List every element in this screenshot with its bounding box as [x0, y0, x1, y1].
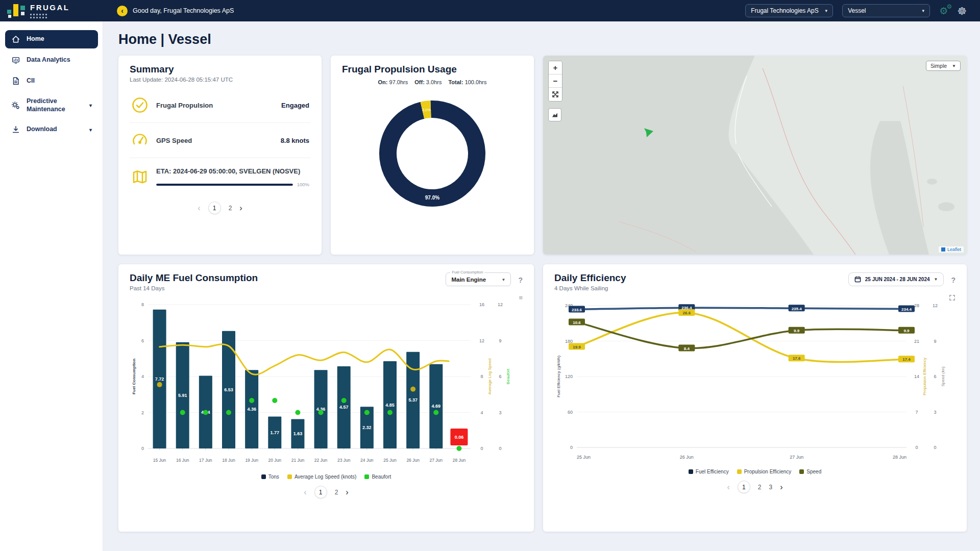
map-attribution: Leaflet — [939, 246, 964, 253]
svg-text:16 Jun: 16 Jun — [176, 458, 189, 463]
svg-text:0.06: 0.06 — [455, 435, 464, 440]
svg-text:7.72: 7.72 — [155, 377, 164, 382]
legend-item: Beaufort — [364, 474, 391, 480]
svg-text:6.53: 6.53 — [224, 387, 233, 392]
pagination-prev[interactable]: ‹ — [304, 488, 306, 496]
svg-text:120: 120 — [565, 374, 573, 379]
pagination-page-3[interactable]: 3 — [769, 484, 773, 491]
svg-text:6: 6 — [141, 338, 144, 343]
chevron-down-icon: ▼ — [502, 278, 506, 282]
svg-text:21 Jun: 21 Jun — [291, 458, 305, 463]
help-icon[interactable]: ? — [518, 276, 523, 284]
menu-icon[interactable]: ≡ — [519, 294, 523, 301]
propulsion-usage-title: Frugal Propulsion Usage — [342, 64, 523, 75]
svg-text:16: 16 — [479, 302, 484, 307]
svg-text:25 Jun: 25 Jun — [577, 455, 591, 460]
pagination-page-2[interactable]: 2 — [229, 205, 232, 212]
fuel-chart-legend: TonsAverage Log Speed (knots)Beaufort — [130, 474, 523, 480]
stat-item: Off: 3.0hrs — [414, 79, 442, 85]
page-title: Home | Vessel — [118, 32, 967, 47]
svg-text:5.37: 5.37 — [408, 397, 418, 403]
company-select[interactable]: Frugal Technologies ApS ▾ — [745, 4, 833, 17]
svg-text:4.36: 4.36 — [247, 407, 256, 412]
svg-text:24 Jun: 24 Jun — [360, 458, 374, 463]
sidebar-item-data-analytics[interactable]: Data Analytics — [5, 51, 98, 69]
map-style-select[interactable]: Simple ▼ — [926, 61, 961, 71]
pagination-next[interactable]: › — [239, 204, 242, 212]
summary-row-propulsion: Frugal Propulsion Engaged — [130, 88, 310, 123]
leaflet-logo-icon — [941, 247, 945, 252]
svg-text:5.91: 5.91 — [178, 393, 187, 398]
svg-text:21: 21 — [914, 339, 919, 344]
svg-text:28 Jun: 28 Jun — [893, 455, 906, 460]
svg-text:0: 0 — [480, 446, 483, 451]
greeting-text: Good day, Frugal Technologies ApS — [133, 7, 234, 14]
fullscreen-icon[interactable] — [949, 294, 955, 302]
sidebar-item-home[interactable]: Home — [5, 30, 98, 48]
summary-row-gps-speed: GPS Speed 8.8 knots — [130, 123, 310, 158]
greeting: ‹ Good day, Frugal Technologies ApS — [117, 6, 234, 16]
eta-label: ETA: 2024-06-29 05:00:00, SVELGEN (NOSVE… — [156, 167, 300, 175]
vessel-select[interactable]: Vessel ▾ — [842, 4, 930, 17]
app-logo[interactable]: FRUGAL — [7, 2, 102, 19]
stat-item: Total: 100.0hrs — [448, 79, 486, 85]
svg-text:2: 2 — [141, 410, 144, 415]
fuel-source-select[interactable]: Fuel Consumption Main Engine ▼ — [446, 272, 511, 286]
settings-gears-icon[interactable]: ⚙⚙ — [939, 6, 948, 16]
svg-text:8.4: 8.4 — [684, 346, 690, 351]
date-range-picker[interactable]: 25 JUN 2024 - 28 JUN 2024 ▼ — [848, 272, 944, 286]
svg-text:9: 9 — [499, 338, 501, 343]
pagination-page-1[interactable]: 1 — [314, 486, 327, 498]
date-range-value: 25 JUN 2024 - 28 JUN 2024 — [865, 277, 930, 282]
svg-text:0: 0 — [141, 446, 144, 451]
svg-text:9.9: 9.9 — [794, 329, 800, 333]
svg-text:26 Jun: 26 Jun — [680, 455, 694, 460]
sidebar-item-predictive-maintenance[interactable]: Predictive Maintenance ▾ — [5, 93, 98, 118]
back-badge-icon[interactable]: ‹ — [117, 6, 128, 16]
summary-card: Summary Last Update: 2024-06-28 05:15:47… — [118, 56, 322, 255]
area-chart-icon — [551, 111, 558, 118]
user-helm-icon[interactable]: ☸ — [957, 6, 967, 16]
svg-text:Fuel Efficiency (g/kWh): Fuel Efficiency (g/kWh) — [556, 356, 561, 397]
svg-text:0: 0 — [915, 445, 918, 450]
zoom-in-button[interactable]: + — [549, 61, 562, 74]
map-style-value: Simple — [930, 63, 947, 69]
pagination-prev[interactable]: ‹ — [198, 204, 200, 212]
pagination-next[interactable]: › — [780, 483, 782, 491]
logo-mark-icon — [7, 2, 26, 19]
pagination-next[interactable]: › — [346, 488, 348, 496]
svg-text:4: 4 — [480, 410, 483, 415]
pagination-page-2[interactable]: 2 — [758, 484, 762, 491]
eta-progress-label: 100% — [297, 182, 309, 187]
svg-text:Propulsion Efficiency: Propulsion Efficiency — [922, 358, 927, 395]
zoom-out-button[interactable]: − — [549, 74, 562, 88]
svg-text:0: 0 — [499, 446, 501, 451]
route-layer-button[interactable] — [548, 108, 561, 121]
summary-last-update: Last Update: 2024-06-28 05:15:47 UTC — [130, 77, 310, 83]
efficiency-chart-subtitle: 4 Days While Sailing — [554, 285, 626, 291]
expand-button[interactable] — [549, 88, 562, 101]
sidebar-item-cii[interactable]: CII — [5, 72, 98, 90]
help-icon[interactable]: ? — [951, 276, 955, 284]
pagination-page-1[interactable]: 1 — [208, 202, 221, 214]
summary-row-eta: ETA: 2024-06-29 05:00:00, SVELGEN (NOSVE… — [130, 158, 310, 195]
sidebar-item-download[interactable]: Download ▾ — [5, 120, 98, 139]
propulsion-status: Engaged — [281, 102, 309, 109]
sidebar: Home Data Analytics CII Predictive Maint… — [0, 21, 103, 551]
legend-item: Tons — [261, 474, 279, 480]
pagination-page-1[interactable]: 1 — [738, 481, 750, 493]
svg-text:6: 6 — [934, 374, 936, 379]
svg-text:18 Jun: 18 Jun — [222, 458, 235, 463]
pagination-prev[interactable]: ‹ — [727, 483, 729, 491]
legend-item: Propulsion Efficiency — [737, 469, 792, 474]
company-select-value: Frugal Technologies ApS — [751, 7, 819, 14]
home-icon — [11, 35, 20, 44]
legend-item: Speed — [799, 469, 821, 474]
map-canvas[interactable] — [543, 56, 967, 255]
svg-text:7: 7 — [915, 410, 918, 415]
pagination-page-2[interactable]: 2 — [335, 489, 338, 496]
svg-text:9.9: 9.9 — [903, 329, 910, 333]
svg-text:180: 180 — [565, 339, 573, 344]
calendar-icon — [854, 276, 861, 283]
analytics-icon — [11, 56, 20, 65]
